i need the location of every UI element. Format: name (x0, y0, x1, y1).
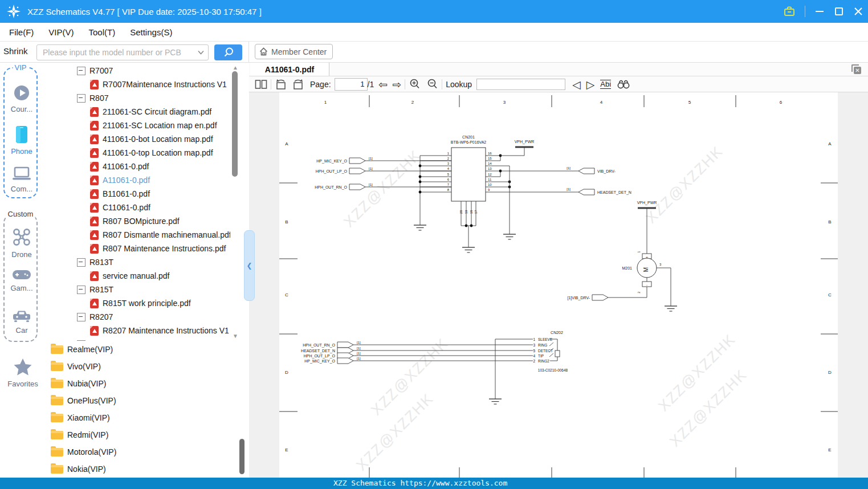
tree-node-file[interactable]: 211061-SC Circuit diagram.pdf (46, 105, 230, 119)
zoom-out-icon[interactable] (426, 78, 438, 90)
tree-node-label: 211061-SC Location map en.pdf (103, 121, 230, 130)
sidebar-item-phone[interactable]: Phone (5, 125, 39, 156)
collapse-toggle-icon[interactable] (77, 67, 85, 75)
sidebar-item-course[interactable]: Cour... (5, 84, 39, 113)
brand-folder-item[interactable]: Realme(VIP) (46, 341, 249, 358)
page-input[interactable] (335, 78, 368, 91)
svg-text:13: 13 (488, 167, 492, 170)
pdf-file-icon (90, 326, 99, 336)
tree-node-file[interactable]: 411061-0-top Location map.pdf (46, 146, 230, 160)
two-page-view-icon[interactable] (255, 79, 267, 89)
zoom-in-icon[interactable] (409, 78, 421, 90)
briefcase-icon[interactable] (783, 5, 796, 18)
rotate-left-icon[interactable] (275, 79, 287, 90)
page-label: Page: (310, 80, 331, 89)
scroll-up-icon[interactable]: ▲ (232, 64, 239, 71)
tree-node-file[interactable]: 411061-0-bot Location map.pdf (46, 132, 230, 146)
svg-text:15: 15 (488, 157, 492, 160)
maximize-icon[interactable] (834, 6, 844, 17)
svg-text:1: 1 (533, 337, 535, 341)
brand-folder-item[interactable]: Nubia(VIP) (46, 375, 249, 392)
collapse-panel-handle[interactable]: ❮ (244, 230, 255, 301)
sidebar-item-computer[interactable]: Com... (5, 166, 39, 193)
tree-node-label: 411061-0-top Location map.pdf (103, 148, 230, 157)
chevron-down-icon[interactable] (198, 50, 204, 55)
tree-node-file[interactable]: R8207 Maintenance Instructions V1 (46, 324, 230, 337)
sidebar-group-custom: Custom Drone (3, 214, 38, 342)
category-rail: VIP Cour... Phone (0, 63, 46, 478)
tree-scrollbar-thumb[interactable] (232, 71, 238, 177)
pdf-file-icon (90, 299, 99, 308)
tree-node-file[interactable]: R807 Maintenance Instructions.pdf (46, 242, 230, 255)
vip-group-label: VIP (13, 63, 28, 72)
sidebar-item-drone[interactable]: Drone (5, 227, 39, 259)
brand-folder-label: Nokia(VIP) (67, 464, 106, 474)
brand-folder-item[interactable]: Redmi(VIP) (46, 426, 249, 443)
tree-node-file[interactable]: R7007Maintenance Instructions V1 (46, 78, 230, 91)
shrink-button[interactable]: Shrink (3, 46, 28, 56)
binoculars-icon[interactable] (617, 79, 630, 89)
folder-icon (51, 380, 63, 388)
tree-node-file[interactable]: 211061-SC Location map en.pdf (46, 119, 230, 132)
scroll-down-icon[interactable]: ▼ (232, 333, 239, 339)
page-total: /1 (368, 80, 374, 89)
svg-text:2: 2 (533, 359, 535, 363)
tree-node-label: R815T work principle.pdf (103, 299, 230, 308)
member-center-button[interactable]: Member Center (255, 44, 333, 59)
sidebar-item-car[interactable]: Car (5, 309, 39, 335)
tree-node-folder[interactable]: R813T (46, 255, 230, 269)
tree-node-folder[interactable]: R807 (46, 91, 230, 105)
tree-node-file[interactable]: A11061-0.pdf (46, 173, 230, 187)
collapse-toggle-icon[interactable] (77, 94, 85, 103)
rotate-right-icon[interactable] (292, 79, 304, 90)
collapse-toggle-icon[interactable] (77, 258, 85, 267)
tree-node-folder[interactable]: R815T (46, 283, 230, 296)
svg-text:D: D (828, 370, 832, 375)
sidebar-item-favorites[interactable]: Favorites (0, 358, 46, 388)
menu-vip[interactable]: VIP(V) (48, 27, 74, 37)
lookup-input[interactable] (476, 79, 565, 90)
menu-tool[interactable]: Tool(T) (89, 27, 116, 37)
svg-text:A: A (285, 141, 288, 146)
sidebar-item-game[interactable]: Gam... (5, 269, 39, 292)
svg-text:[1]: [1] (567, 188, 570, 191)
search-input[interactable] (42, 45, 197, 60)
menu-settings[interactable]: Settings(S) (130, 27, 172, 37)
brand-folder-item[interactable]: Nokia(VIP) (46, 461, 249, 478)
brand-folder-item[interactable]: Motorola(VIP) (46, 443, 249, 461)
minimize-icon[interactable] (814, 6, 825, 17)
prev-page-icon[interactable]: ⇦ (378, 79, 388, 90)
menu-file[interactable]: File(F) (9, 27, 34, 37)
close-icon[interactable] (853, 6, 863, 17)
sidebar-group-vip: VIP Cour... Phone (3, 67, 38, 198)
tab-a11061[interactable]: A11061-0.pdf (250, 63, 329, 76)
tree-node-file[interactable]: C11061-0.pdf (46, 201, 230, 214)
tree-node-file[interactable]: R807 BOMpicture.pdf (46, 214, 230, 228)
text-select-icon[interactable]: Abi (600, 80, 611, 89)
svg-text:HPH_OUT_RN_O: HPH_OUT_RN_O (315, 185, 347, 190)
tree-node-file[interactable]: R807 Dismantle machinemanual.pdf (46, 228, 230, 242)
collapse-toggle-icon[interactable] (77, 313, 85, 321)
brand-folder-item[interactable]: Vivo(VIP) (46, 358, 249, 375)
pdf-page[interactable]: XZZ@XZZHKXZZ@XZZHKXZZ@XZZHKXZZ@XZZHKXZZ@… (249, 92, 868, 478)
tree-node-label: 411061-0.pdf (103, 162, 230, 171)
svg-text:[1]: [1] (567, 166, 570, 170)
find-next-icon[interactable]: ▷ (586, 79, 595, 90)
folder-icon (51, 397, 63, 405)
svg-text:E: E (285, 447, 288, 453)
tree-node-file[interactable]: R815T work principle.pdf (46, 296, 230, 310)
tree-node-folder[interactable]: R8207 (46, 310, 230, 324)
tree-node-file[interactable]: B11061-0.pdf (46, 187, 230, 201)
tree-node-folder[interactable]: R7007 (46, 64, 230, 78)
panel-scrollbar-thumb[interactable] (239, 439, 244, 474)
find-prev-icon[interactable]: ◁ (572, 79, 581, 90)
collapse-toggle-icon[interactable] (77, 286, 85, 294)
brand-folder-item[interactable]: OnePlus(VIP) (46, 392, 249, 409)
tree-node-file[interactable]: service manual.pdf (46, 269, 230, 283)
search-button[interactable] (214, 44, 242, 60)
close-all-tabs-icon[interactable]: ✕ (851, 64, 861, 74)
next-page-icon[interactable]: ⇨ (392, 79, 401, 90)
brand-folder-item[interactable]: Xiaomi(VIP) (46, 409, 249, 426)
tree-node-file[interactable]: 411061-0.pdf (46, 160, 230, 173)
svg-text:2: 2 (411, 100, 414, 105)
